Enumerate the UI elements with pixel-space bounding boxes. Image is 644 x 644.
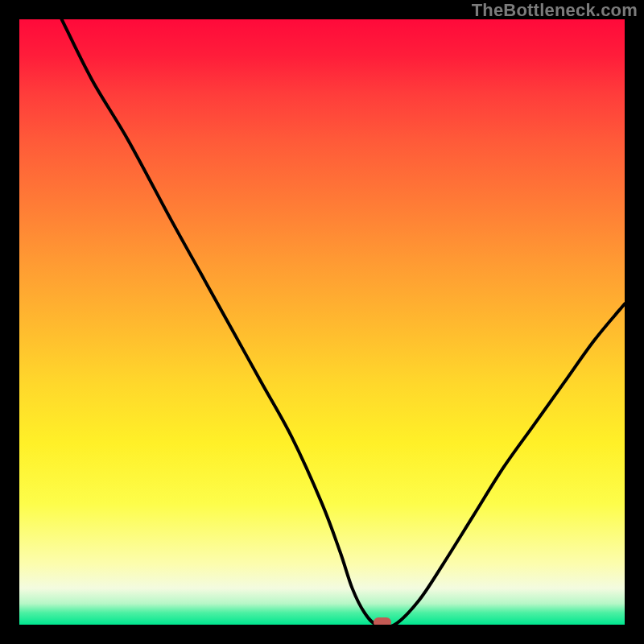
plot-area — [19, 19, 625, 625]
watermark-text: TheBottleneck.com — [472, 0, 638, 21]
curve-path — [62, 19, 625, 625]
chart-frame: TheBottleneck.com — [0, 0, 644, 644]
bottleneck-curve — [19, 19, 625, 625]
optimal-marker — [374, 617, 391, 625]
